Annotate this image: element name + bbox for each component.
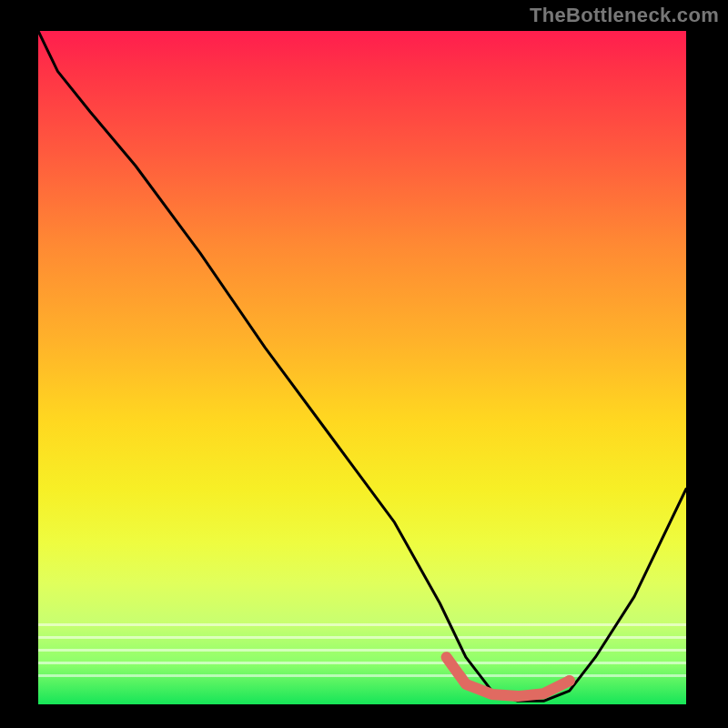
highlight-end-dot: [564, 675, 575, 686]
chart-container: TheBottleneck.com: [0, 0, 728, 728]
curve-layer: [38, 31, 686, 704]
plot-area: [38, 31, 686, 704]
watermark-text: TheBottleneck.com: [530, 4, 719, 27]
bottleneck-curve: [38, 31, 686, 701]
optimal-range-highlight: [447, 657, 570, 696]
